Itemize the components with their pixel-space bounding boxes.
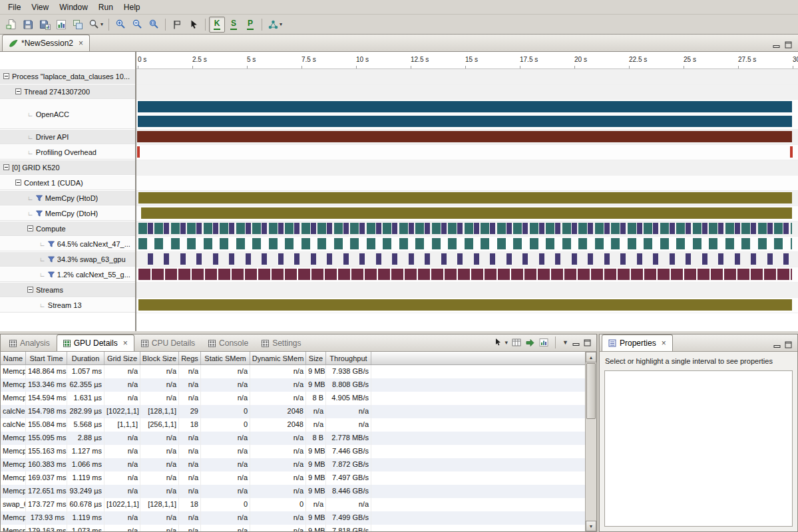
interval-bar[interactable]: [588, 253, 593, 265]
interval-bar[interactable]: [628, 223, 636, 234]
interval-bar[interactable]: [213, 223, 218, 234]
timeline-track[interactable]: [136, 252, 798, 267]
zoom-out-button[interactable]: [129, 17, 145, 33]
interval-bar[interactable]: [399, 223, 408, 234]
interval-bar[interactable]: [457, 223, 463, 234]
interval-bar[interactable]: [620, 223, 626, 234]
interval-bar[interactable]: [588, 223, 593, 234]
interval-bar[interactable]: [702, 253, 707, 265]
tab-cpu-details[interactable]: CPU Details: [134, 334, 202, 351]
interval-bar[interactable]: [572, 253, 577, 265]
table-row[interactable]: Memcp153.346 ms62.355 µsn/an/an/an/an/a9…: [1, 378, 585, 392]
interval-bar[interactable]: [187, 238, 196, 249]
menu-file[interactable]: File: [3, 1, 26, 13]
timeline-row-label[interactable]: ∟Driver API: [0, 130, 136, 144]
interval-bar[interactable]: [204, 238, 212, 249]
interval-bar[interactable]: [376, 223, 381, 234]
interval-bar[interactable]: [367, 223, 375, 234]
timeline-row-label[interactable]: Process "laplace_data_clauses 10...: [0, 69, 136, 84]
interval-bar[interactable]: [415, 238, 424, 249]
interval-bar[interactable]: [709, 238, 717, 249]
interval-bar[interactable]: [506, 223, 512, 234]
menu-help[interactable]: Help: [118, 1, 146, 13]
interval-bar[interactable]: [432, 223, 441, 234]
interval-bar[interactable]: [285, 238, 294, 249]
interval-bar[interactable]: [252, 238, 261, 249]
menu-run[interactable]: Run: [93, 1, 118, 13]
timeline-row-label[interactable]: ∟64.5% calcNext_47_...: [0, 237, 136, 251]
timeline-track[interactable]: [136, 237, 798, 252]
timeline-track[interactable]: [136, 176, 798, 191]
interval-bar[interactable]: [431, 269, 443, 280]
interval-bar[interactable]: [676, 223, 685, 234]
interval-bar[interactable]: [171, 238, 180, 249]
timeline-row-label[interactable]: ∟OpenACC: [0, 100, 136, 129]
interval-bar[interactable]: [465, 223, 473, 234]
interval-bar[interactable]: [758, 238, 767, 249]
interval-bar[interactable]: [285, 223, 294, 234]
interval-bar[interactable]: [611, 238, 620, 249]
properties-tab-close-icon[interactable]: ×: [662, 338, 666, 348]
interval-bar[interactable]: [644, 269, 656, 280]
interval-bar[interactable]: [445, 269, 457, 280]
interval-bar[interactable]: [425, 223, 430, 234]
timeline-ruler[interactable]: 0 s2.5 s5 s7.5 s10 s12.5 s15 s17.5 s20 s…: [136, 52, 798, 69]
interval-bar[interactable]: [137, 146, 140, 158]
interval-bar[interactable]: [564, 269, 576, 280]
interval-bar[interactable]: [497, 238, 506, 249]
interval-bar[interactable]: [751, 223, 756, 234]
timeline-track[interactable]: [136, 191, 798, 206]
interval-bar[interactable]: [546, 223, 554, 234]
find-button[interactable]: ▾: [87, 17, 105, 33]
interval-bar[interactable]: [236, 238, 245, 249]
filter-icon[interactable]: [48, 241, 55, 247]
details-minimize-icon[interactable]: [572, 339, 580, 346]
interval-bar[interactable]: [425, 253, 430, 265]
interval-bar[interactable]: [418, 269, 430, 280]
interval-bar[interactable]: [272, 269, 284, 280]
zoom-in-button[interactable]: [112, 17, 128, 33]
pointer-menu-icon[interactable]: ▾: [495, 338, 508, 347]
interval-bar[interactable]: [458, 269, 470, 280]
tab-settings[interactable]: Settings: [255, 334, 307, 351]
scroll-down-icon[interactable]: ▼: [586, 521, 596, 531]
collapse-icon[interactable]: [3, 73, 9, 79]
filter-icon[interactable]: [36, 195, 43, 201]
interval-bar[interactable]: [236, 223, 245, 234]
table-row[interactable]: Memcp179.163 ms1.073 msn/an/an/an/an/a9 …: [1, 525, 585, 531]
properties-minimize-icon[interactable]: [773, 341, 781, 348]
timeline-track[interactable]: [136, 160, 798, 176]
interval-bar[interactable]: [152, 269, 164, 280]
interval-bar[interactable]: [294, 223, 299, 234]
interval-bar[interactable]: [522, 253, 528, 265]
interval-bar[interactable]: [359, 223, 365, 234]
interval-bar[interactable]: [409, 223, 414, 234]
interval-bar[interactable]: [301, 223, 310, 234]
interval-bar[interactable]: [262, 253, 267, 265]
interval-bar[interactable]: [269, 223, 278, 234]
zoom-fit-button[interactable]: [146, 17, 162, 33]
interval-bar[interactable]: [741, 223, 750, 234]
interval-bar[interactable]: [660, 238, 669, 249]
table-row[interactable]: Memcp169.037 ms1.119 msn/an/an/an/an/a9 …: [1, 471, 585, 485]
table-row[interactable]: calcNe154.798 ms282.99 µs[1022,1,1][128,…: [1, 405, 585, 418]
table-row[interactable]: swap_6173.727 ms60.678 µs[1022,1,1][128,…: [1, 498, 585, 511]
interval-bar[interactable]: [278, 223, 284, 234]
filter-icon[interactable]: [48, 256, 55, 263]
interval-bar[interactable]: [539, 223, 544, 234]
interval-bar[interactable]: [578, 269, 590, 280]
interval-bar[interactable]: [522, 223, 528, 234]
menu-window[interactable]: Window: [54, 1, 93, 13]
interval-bar[interactable]: [490, 223, 495, 234]
interval-bar[interactable]: [148, 223, 153, 234]
interval-bar[interactable]: [718, 223, 723, 234]
interval-bar[interactable]: [725, 238, 734, 249]
table-row[interactable]: Memcp173.93 ms1.119 msn/an/an/an/an/a9 M…: [1, 511, 585, 525]
interval-bar[interactable]: [351, 269, 363, 280]
interval-bar[interactable]: [317, 223, 326, 234]
interval-bar[interactable]: [735, 223, 740, 234]
interval-bar[interactable]: [138, 101, 792, 112]
table-row[interactable]: Memcp155.163 ms1.127 msn/an/an/an/an/a9 …: [1, 445, 585, 458]
run-analysis-dropdown-icon[interactable]: ▾: [280, 21, 282, 27]
interval-bar[interactable]: [790, 146, 793, 158]
